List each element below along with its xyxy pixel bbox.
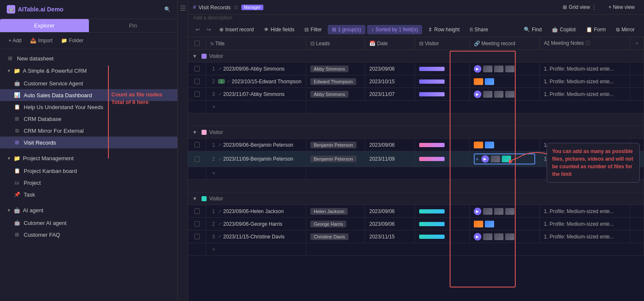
find-button[interactable]: 🔍 Find	[520, 25, 546, 34]
add-media-icon[interactable]: +	[475, 156, 479, 162]
sidebar-item-visit-records[interactable]: ⊞ Visit Records	[0, 137, 177, 148]
table-row[interactable]: 3 ⤢ 2023/11/15-Christine Davis Christine…	[188, 230, 644, 243]
table-row[interactable]: 2 1 ⤢ 2023/10/15-Edward Thompson Edward …	[188, 75, 644, 88]
sidebar-item-project[interactable]: 🗂 Project	[0, 177, 177, 189]
sidebar-item-auto-sales[interactable]: 📊 Auto Sales Data Dashboard	[0, 89, 177, 101]
hide-fields-button[interactable]: 👁 Hide fields	[260, 25, 299, 34]
table-row[interactable]: 3 ⤢ 2023/11/07-Abby Simmons Abby Simmons…	[188, 88, 644, 101]
sidebar-item-cutomer-ai[interactable]: 🤖 Cutomer AI agent	[0, 217, 177, 229]
row-check[interactable]	[188, 218, 206, 230]
search-icon[interactable]: 🔍	[164, 6, 171, 12]
row-check[interactable]	[188, 205, 206, 218]
row-meeting-1-3[interactable]: ▶	[469, 88, 539, 101]
sidebar-item-crm-database[interactable]: ⊞ CRM Database	[0, 113, 177, 125]
expand-icon[interactable]: ⤢	[218, 142, 221, 147]
row-meeting-1-2[interactable]	[469, 75, 539, 88]
header-add-col[interactable]: +	[630, 37, 644, 50]
row-leads-2-2: Benjamin Peterson	[306, 151, 365, 167]
row-check[interactable]	[188, 230, 206, 243]
row-check[interactable]	[188, 88, 206, 101]
grid-icon: ⊞	[14, 139, 20, 146]
folder-button[interactable]: 📁 Folder	[58, 36, 87, 45]
import-button[interactable]: 📥 Import	[27, 36, 56, 45]
row-title-2-1[interactable]: 1 ⤢ 2023/09/06-Benjamin Peterson	[206, 139, 306, 151]
add-button[interactable]: + Add	[5, 36, 25, 45]
table-row[interactable]: 1 ⤢ 2023/09/06-Abby Simmons Abby Simmons…	[188, 63, 644, 75]
sidebar-item-new-datasheet[interactable]: ⊞ New datasheet	[0, 52, 177, 64]
expand-icon[interactable]: ⤢	[218, 66, 221, 71]
header-checkbox[interactable]	[188, 37, 206, 50]
add-row-icon-1[interactable]: +	[210, 102, 217, 112]
table-row[interactable]: 1 ⤢ 2023/09/06-Helen Jackson Helen Jacks…	[188, 205, 644, 218]
mirror-icon: ⧉	[14, 127, 20, 134]
star-icon[interactable]: ☆	[233, 4, 239, 11]
table-container[interactable]: fx Title ⊡ Leads 📅 Date	[188, 37, 644, 301]
expand-icon[interactable]: ⤢	[218, 92, 221, 96]
sidebar-toggle[interactable]: ☰	[178, 0, 188, 301]
row-title-3-1[interactable]: 1 ⤢ 2023/09/06-Helen Jackson	[206, 205, 306, 218]
add-row-1[interactable]: +	[188, 101, 644, 113]
sidebar-item-customer-service[interactable]: 🤖 Customer Service Agent	[0, 77, 177, 89]
header-title[interactable]: fx Title	[206, 37, 306, 50]
sidebar-item-help-us[interactable]: 📋 Help Us Understand Your Needs	[0, 101, 177, 113]
section-ai-agent[interactable]: ▼ 🤖 AI agent	[0, 204, 177, 217]
tab-explorer[interactable]: Explorer	[0, 19, 89, 32]
row-title-1-3[interactable]: 3 ⤢ 2023/11/07-Abby Simmons	[206, 88, 306, 101]
redo-button[interactable]: ↪	[204, 25, 213, 34]
row-title-1-2[interactable]: 2 1 ⤢ 2023/10/15-Edward Thompson	[206, 75, 306, 88]
expand-icon[interactable]: ⤢	[227, 79, 230, 84]
group-toggle-icon[interactable]: ▼	[192, 53, 197, 59]
row-num-badge: 1	[218, 79, 225, 84]
new-view-button[interactable]: + New view	[604, 3, 639, 12]
grid-view-button[interactable]: ⊞ Grid view ⋮	[558, 3, 601, 12]
header-meeting-notes[interactable]: Aξ Meeting Notes ⓘ	[539, 37, 630, 50]
row-meeting-3-2[interactable]	[469, 218, 539, 230]
sort-button[interactable]: ↕ Sorted by 1 field(s)	[367, 25, 423, 34]
expand-icon[interactable]: ⤢	[218, 157, 221, 161]
row-title-3-3[interactable]: 3 ⤢ 2023/11/15-Christine Davis	[206, 230, 306, 243]
add-row-icon-2[interactable]: +	[210, 169, 217, 178]
group-toggle-icon-3[interactable]: ▼	[192, 196, 197, 202]
row-height-button[interactable]: ⇕ Row height	[424, 25, 464, 34]
thumb-blue-3	[485, 221, 494, 227]
row-check[interactable]	[188, 63, 206, 75]
sidebar-item-kanban[interactable]: 📋 Project Kanban board	[0, 165, 177, 177]
section-crm[interactable]: ▼ 📁 A Simple & Powerful CRM	[0, 64, 177, 77]
tab-pin[interactable]: Pin	[89, 19, 178, 32]
row-check[interactable]	[188, 139, 206, 151]
sidebar-item-customer-faq[interactable]: ⊞ Customer FAQ	[0, 229, 177, 241]
section-project[interactable]: ▼ 📁 Project Management	[0, 152, 177, 165]
header-meeting-record[interactable]: 🔗 Meeting record	[469, 37, 539, 50]
header-visitor[interactable]: ⊟ Visitor	[415, 37, 470, 50]
sidebar-item-crm-mirror[interactable]: ⧉ CRM Mirror For External	[0, 125, 177, 137]
row-notes-3-1: 1. Profile: Medium-sized ente...	[539, 205, 630, 218]
row-check[interactable]	[188, 151, 206, 167]
row-meeting-3-3[interactable]: ▶	[469, 230, 539, 243]
row-meeting-3-1[interactable]: ▶	[469, 205, 539, 218]
group-toggle-icon-2[interactable]: ▼	[192, 129, 197, 135]
share-button[interactable]: ⎘ Share	[466, 25, 492, 34]
undo-button[interactable]: ↩	[193, 25, 202, 34]
table-row[interactable]: 2 ⤢ 2023/09/06-George Harris George Harr…	[188, 218, 644, 230]
header-leads[interactable]: ⊡ Leads	[306, 37, 365, 50]
tab-description[interactable]: Add a description	[188, 15, 644, 22]
header-date[interactable]: 📅 Date	[365, 37, 415, 50]
select-all-checkbox[interactable]	[194, 41, 200, 46]
row-check[interactable]	[188, 75, 206, 88]
copilot-button[interactable]: 🤖 Copilot	[547, 25, 580, 34]
group-button[interactable]: ⊞ 1 group(s)	[328, 25, 365, 34]
expand-icon[interactable]: ⤢	[218, 209, 221, 213]
row-title-3-2[interactable]: 2 ⤢ 2023/09/06-George Harris	[206, 218, 306, 230]
expand-icon[interactable]: ⤢	[218, 222, 221, 226]
form-button[interactable]: 📋 Form	[582, 25, 610, 34]
insert-record-button[interactable]: ⊕ Insert record	[215, 25, 258, 34]
row-title-2-2[interactable]: 2 ⤢ 2023/11/09-Benjamin Peterson	[206, 151, 306, 167]
expand-icon[interactable]: ⤢	[218, 234, 221, 239]
row-meeting-1-1[interactable]: ▶	[469, 63, 539, 75]
filter-button[interactable]: ⊟ Filter	[300, 25, 326, 34]
row-title-1-1[interactable]: 1 ⤢ 2023/09/06-Abby Simmons	[206, 63, 306, 75]
mirror-button[interactable]: ⧉ Mirror	[612, 25, 639, 34]
add-row-icon-3[interactable]: +	[210, 245, 217, 254]
add-row-3[interactable]: +	[188, 243, 644, 256]
sidebar-item-task[interactable]: 📌 Task	[0, 189, 177, 200]
